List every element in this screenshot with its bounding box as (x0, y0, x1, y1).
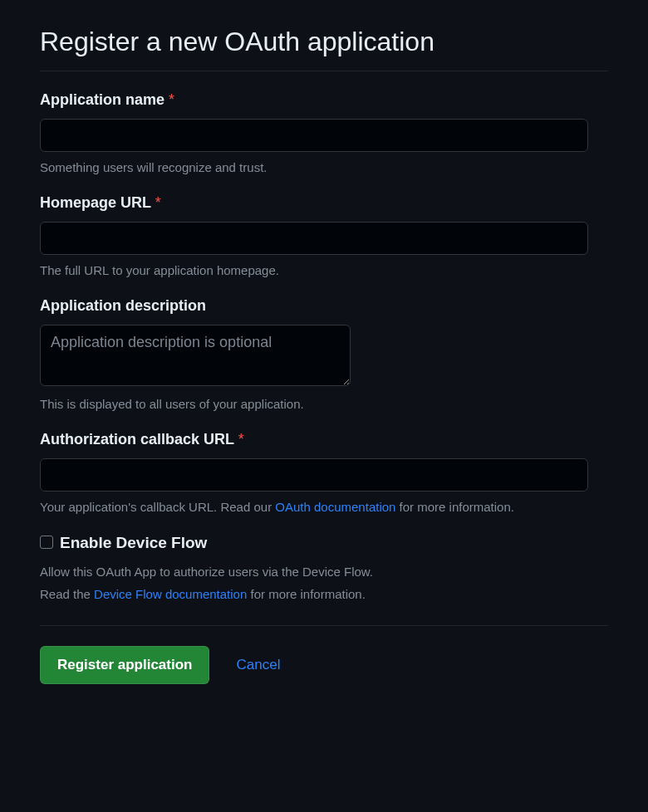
register-application-button[interactable]: Register application (40, 646, 209, 684)
button-row: Register application Cancel (40, 646, 608, 684)
callback-url-help-suffix: for more information. (395, 500, 514, 514)
callback-url-help: Your application's callback URL. Read ou… (40, 500, 608, 514)
required-asterisk-icon: * (155, 194, 161, 211)
device-flow-help-line2-suffix: for more information. (247, 587, 366, 601)
app-name-input[interactable] (40, 119, 588, 152)
device-flow-help: Allow this OAuth App to authorize users … (40, 560, 608, 605)
device-flow-label: Enable Device Flow (60, 534, 207, 552)
device-flow-help-line1: Allow this OAuth App to authorize users … (40, 560, 608, 583)
device-flow-documentation-link[interactable]: Device Flow documentation (94, 587, 247, 601)
device-flow-checkbox[interactable] (40, 536, 53, 549)
device-flow-checkbox-row: Enable Device Flow (40, 534, 608, 552)
homepage-url-input[interactable] (40, 222, 588, 255)
homepage-url-label-text: Homepage URL (40, 194, 151, 211)
app-description-help: This is displayed to all users of your a… (40, 397, 608, 411)
oauth-documentation-link[interactable]: OAuth documentation (275, 500, 395, 514)
app-name-label-text: Application name (40, 91, 164, 108)
callback-url-label-text: Authorization callback URL (40, 431, 234, 448)
device-flow-help-line2-prefix: Read the (40, 587, 94, 601)
app-description-label-text: Application description (40, 297, 206, 314)
callback-url-help-prefix: Your application's callback URL. Read ou… (40, 500, 275, 514)
callback-url-input[interactable] (40, 458, 588, 492)
callback-url-label: Authorization callback URL * (40, 431, 608, 448)
field-group-app-name: Application name * Something users will … (40, 91, 608, 174)
field-group-app-description: Application description This is displaye… (40, 297, 608, 411)
required-asterisk-icon: * (169, 91, 174, 108)
app-name-label: Application name * (40, 91, 608, 109)
button-divider (40, 625, 608, 626)
field-group-callback-url: Authorization callback URL * Your applic… (40, 431, 608, 514)
app-name-help: Something users will recognize and trust… (40, 160, 608, 174)
page-title: Register a new OAuth application (40, 27, 608, 57)
cancel-button[interactable]: Cancel (236, 657, 280, 673)
field-group-homepage-url: Homepage URL * The full URL to your appl… (40, 194, 608, 277)
required-asterisk-icon: * (238, 431, 244, 448)
field-group-device-flow: Enable Device Flow Allow this OAuth App … (40, 534, 608, 605)
homepage-url-label: Homepage URL * (40, 194, 608, 212)
device-flow-help-line2: Read the Device Flow documentation for m… (40, 583, 608, 605)
homepage-url-help: The full URL to your application homepag… (40, 263, 608, 277)
app-description-textarea[interactable] (40, 325, 351, 386)
app-description-label: Application description (40, 297, 608, 315)
title-divider (40, 71, 608, 71)
